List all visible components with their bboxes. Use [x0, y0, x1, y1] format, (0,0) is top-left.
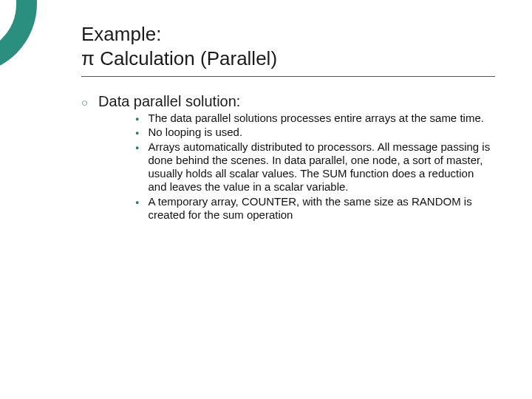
title-line-2: π Calculation (Parallel) — [81, 47, 495, 71]
list-item: ● A temporary array, COUNTER, with the s… — [135, 195, 495, 222]
filled-circle-icon: ● — [135, 145, 139, 151]
filled-circle-icon: ● — [135, 200, 139, 206]
filled-circle-icon: ● — [135, 116, 139, 123]
filled-circle-icon: ● — [135, 130, 139, 137]
list-item: ● Arrays automatically distributed to pr… — [135, 140, 495, 194]
bullet-text: The data parallel solutions processes en… — [149, 112, 484, 125]
hollow-circle-icon: ○ — [81, 97, 88, 108]
list-item: ○ Data parallel solution: ● The data par… — [81, 93, 495, 222]
list-item: ● The data parallel solutions processes … — [135, 112, 495, 125]
bullet-text: Arrays automatically distributed to proc… — [149, 140, 496, 194]
level1-content: Data parallel solution: ● The data paral… — [98, 93, 495, 222]
list-item: ● No looping is used. — [135, 126, 495, 139]
sub-list: ● The data parallel solutions processes … — [135, 112, 495, 222]
bullet-text: No looping is used. — [149, 126, 243, 139]
bullet-text: A temporary array, COUNTER, with the sam… — [149, 195, 496, 222]
slide-content: Example: π Calculation (Parallel) ○ Data… — [81, 22, 495, 228]
section-heading: Data parallel solution: — [98, 93, 495, 110]
title-block: Example: π Calculation (Parallel) — [81, 22, 495, 77]
decorative-circle — [0, 0, 37, 74]
body-list: ○ Data parallel solution: ● The data par… — [81, 93, 495, 222]
title-line-1: Example: — [81, 22, 495, 47]
